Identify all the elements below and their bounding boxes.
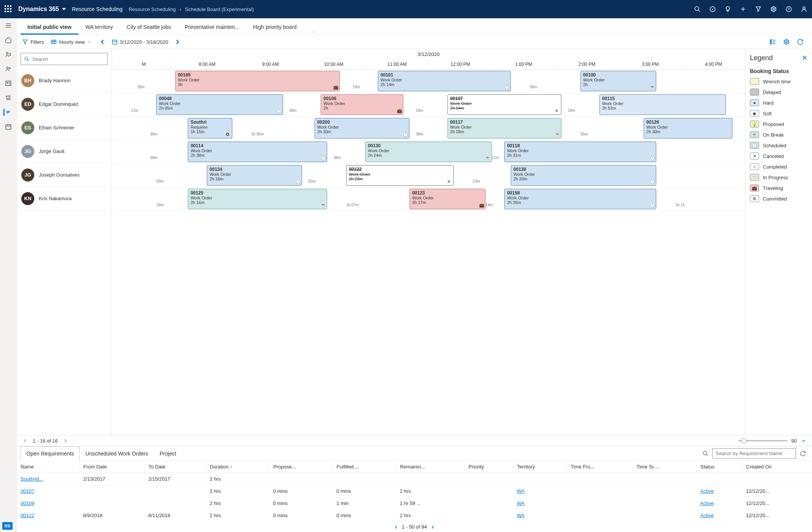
zoom-slider[interactable]: [738, 440, 788, 441]
booking-card[interactable]: 00107Work Order2h 04m✕: [448, 94, 561, 115]
column-header[interactable]: Duration ↑: [206, 461, 269, 473]
gap-label: 26m: [137, 85, 144, 89]
briefcase-icon: 💼: [333, 85, 338, 90]
column-header[interactable]: Time To ...: [633, 461, 697, 473]
column-header[interactable]: From Date: [79, 461, 144, 473]
booking-card[interactable]: 00118Work Order2h 31m🕐: [504, 142, 656, 162]
table-row[interactable]: Southrid...2/13/20172/15/20172 hrs: [17, 473, 812, 485]
add-icon[interactable]: [740, 6, 746, 13]
column-header[interactable]: Name: [17, 461, 79, 473]
brand-menu[interactable]: Dynamics 365: [18, 6, 66, 13]
booking-card[interactable]: 00185Work Order3h💼: [175, 71, 340, 91]
svg-point-13: [9, 68, 10, 69]
booking-card[interactable]: 00123Work Order2h 17m💼: [409, 189, 485, 209]
refresh-icon[interactable]: [800, 451, 806, 457]
next-page-button[interactable]: [430, 524, 435, 530]
bottom-tab[interactable]: Project: [154, 446, 182, 460]
booking-card[interactable]: 00138Work Order2h 20m🕐: [511, 165, 656, 186]
table-row[interactable]: 001072 hrs0 mins0 mins2 hrsWAActive12/12…: [17, 485, 812, 497]
prev-period-button[interactable]: [99, 38, 106, 46]
bottom-tab[interactable]: Unscheduled Work Orders: [80, 446, 154, 460]
booking-card[interactable]: 00200Work Order2h 30m🕐: [315, 118, 409, 139]
booking-card[interactable]: 00100Work Order2h☕: [580, 71, 656, 91]
column-header[interactable]: Status: [697, 461, 742, 473]
column-header[interactable]: Propose...: [269, 461, 332, 473]
help-icon[interactable]: [785, 6, 792, 13]
calendar-icon[interactable]: [5, 123, 12, 130]
calendar-icon: [112, 39, 118, 45]
tab-city-of-seattle-jobs[interactable]: City of Seattle jobs: [120, 19, 178, 35]
column-header[interactable]: Time Fro...: [567, 461, 633, 473]
resource-row[interactable]: BHBrady Hannon: [17, 69, 112, 92]
booking-card[interactable]: 00114Work Order2h 38m🕐: [188, 142, 327, 162]
chevron-down-icon[interactable]: [801, 438, 807, 444]
tab-wa-territory[interactable]: WA territory: [78, 19, 120, 35]
tab-initial-public-view[interactable]: Initial public view: [21, 19, 78, 35]
prev-page-button[interactable]: [22, 438, 28, 444]
booking-card[interactable]: 00101Work Order2h 14m🕐: [378, 71, 511, 91]
table-row[interactable]: 001092 hrs0 mins1 min1 hr 59 ...WAActive…: [17, 497, 812, 510]
booking-card[interactable]: 00106Work Order2h💼: [321, 94, 403, 115]
tab-preventative-mainten-[interactable]: Preventative mainten...: [178, 19, 246, 35]
prev-page-button[interactable]: [393, 524, 399, 530]
booking-card[interactable]: 00125Work Order2h 16m☕: [188, 189, 327, 209]
timeline-row: 39m1h 05m38m55mSouthriRequiren1h 15m✪002…: [112, 117, 745, 140]
booking-card[interactable]: 00122Work Order2h 23m✕: [346, 165, 454, 186]
search-icon[interactable]: [702, 451, 708, 457]
resource-row[interactable]: EDEdgar Dominquez: [17, 92, 112, 116]
date-range-button[interactable]: 3/12/2020 - 3/18/2020: [112, 39, 168, 45]
legend-toggle-icon[interactable]: [769, 38, 776, 45]
next-page-button[interactable]: [62, 438, 69, 444]
settings-icon[interactable]: [770, 6, 777, 13]
filter-icon[interactable]: [755, 6, 762, 13]
booking-card[interactable]: 00130Work Order2h 24m☕: [365, 142, 492, 162]
resource-row[interactable]: JGJorge Gault: [17, 140, 112, 163]
booking-card[interactable]: 00048Work Order2h 05m🕐: [156, 94, 283, 115]
list-icon[interactable]: [5, 94, 12, 101]
schedule-board-icon[interactable]: [3, 109, 10, 116]
app-launcher-icon[interactable]: [5, 5, 12, 13]
view-mode-button[interactable]: Hourly view: [51, 39, 91, 45]
column-header[interactable]: Fulfilled ...: [332, 461, 396, 473]
board-settings-icon[interactable]: [783, 38, 790, 45]
breadcrumb-current[interactable]: Schedule Board (Experimental): [185, 6, 254, 12]
resource-row[interactable]: KNKris Nakamura: [17, 187, 112, 210]
booking-card[interactable]: 00158Work Order2h 26m🕐: [504, 189, 656, 209]
lightbulb-icon[interactable]: [724, 6, 731, 13]
rs-badge[interactable]: RS: [2, 522, 13, 530]
search-icon[interactable]: [694, 6, 701, 13]
tab-high-priority-board[interactable]: High priority board: [246, 19, 303, 35]
people-icon[interactable]: [5, 65, 12, 72]
next-period-button[interactable]: [174, 38, 181, 46]
column-header[interactable]: Territory: [513, 461, 567, 473]
resource-name: Joseph Gonsalves: [39, 172, 80, 178]
booking-card[interactable]: 00117Work Order2h 09m☕: [448, 118, 561, 139]
booking-card[interactable]: 00134Work Order2h 16m🕐: [207, 165, 302, 186]
resource-icon[interactable]: [5, 80, 12, 87]
tab-overflow-icon[interactable]: ⋯: [311, 29, 316, 35]
refresh-icon[interactable]: [797, 38, 804, 45]
avatar: JG: [21, 145, 34, 158]
breadcrumb-root[interactable]: Resource Scheduling: [129, 6, 176, 12]
people-list-icon[interactable]: [5, 51, 12, 58]
resource-search-input[interactable]: [21, 53, 108, 65]
close-icon[interactable]: ✕: [802, 54, 807, 62]
bottom-tab[interactable]: Open Requirements: [21, 446, 80, 461]
resource-row[interactable]: JGJoseph Gonsalves: [17, 163, 112, 187]
user-icon[interactable]: [801, 6, 807, 13]
filters-button[interactable]: Filters: [22, 39, 44, 45]
table-row[interactable]: 001228/9/20188/11/20182 hrs0 mins0 mins2…: [17, 510, 812, 522]
resource-row[interactable]: ESEfrain Schreiner: [17, 116, 112, 140]
booking-card[interactable]: 00115Work Order2h 52m: [599, 94, 726, 115]
menu-icon[interactable]: [5, 22, 12, 29]
requirement-search-input[interactable]: [712, 448, 796, 459]
booking-card[interactable]: 00126Work Order2h 30m: [644, 118, 732, 139]
home-icon[interactable]: [5, 37, 12, 43]
booking-card[interactable]: SouthriRequiren1h 15m✪: [188, 118, 232, 139]
column-header[interactable]: To Date: [144, 461, 206, 473]
column-header[interactable]: Created On: [742, 461, 812, 473]
task-icon[interactable]: [709, 6, 716, 13]
column-header[interactable]: Remainin...: [396, 461, 465, 473]
column-header[interactable]: Priority: [465, 461, 513, 473]
legend-item: ✓Completed: [750, 163, 807, 170]
